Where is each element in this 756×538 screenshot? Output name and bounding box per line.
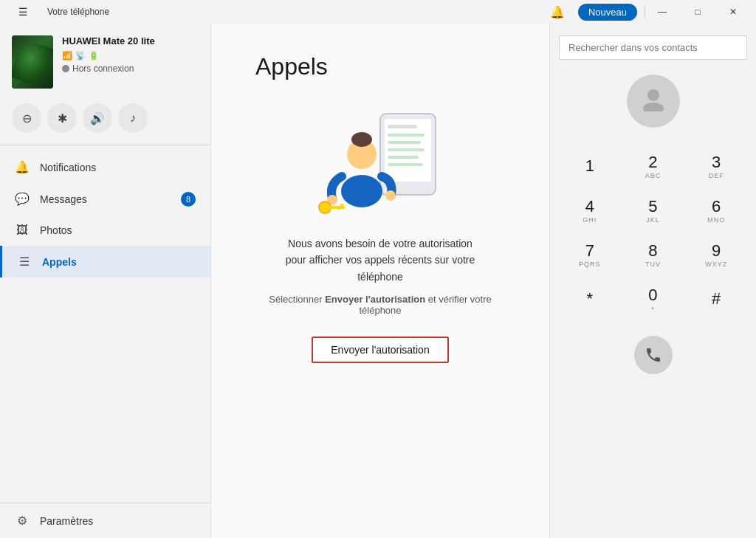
auth-message: Nous avons besoin de votre autorisation …	[286, 235, 475, 285]
dial-number-*: *	[587, 291, 594, 307]
dial-letters-8: TUV	[645, 261, 661, 268]
dial-key-7[interactable]: 7PQRS	[559, 234, 621, 277]
quick-btn-bluetooth[interactable]: ✱	[47, 103, 77, 133]
avatar-icon	[640, 85, 667, 117]
sidebar-item-appels[interactable]: ☰ Appels	[0, 246, 210, 277]
dial-key-4[interactable]: 4GHI	[559, 190, 621, 232]
dialer-panel: 12ABC3DEF4GHI5JKL6MNO7PQRS8TUV9WXYZ*0+#	[549, 24, 756, 538]
settings-icon: ⚙	[15, 514, 30, 528]
title-bar: ☰ Votre téléphone 🔔 Nouveau — □ ✕	[0, 0, 756, 24]
settings-label: Paramètres	[40, 515, 93, 527]
dial-number-5: 5	[648, 199, 657, 215]
dial-number-4: 4	[585, 199, 594, 215]
phone-status-icons: 📶 📡 🔋	[62, 51, 199, 61]
dial-letters-0: +	[650, 305, 655, 312]
notification-bell-button[interactable]: 🔔	[544, 2, 571, 22]
svg-rect-6	[388, 156, 419, 159]
svg-point-11	[357, 133, 367, 143]
dial-key-9[interactable]: 9WXYZ	[685, 234, 747, 277]
phone-thumbnail-image	[12, 35, 53, 89]
dial-number-7: 7	[585, 243, 594, 259]
main-content: Appels	[211, 24, 549, 538]
signal-icon: 📡	[75, 51, 86, 61]
phone-thumbnail	[12, 35, 53, 89]
dial-number-1: 1	[585, 158, 594, 174]
maximize-icon: □	[695, 7, 700, 17]
hamburger-icon: ☰	[18, 6, 28, 18]
nouveau-button[interactable]: Nouveau	[578, 4, 637, 21]
dial-number-9: 9	[712, 243, 721, 259]
contacts-search-input[interactable]	[559, 35, 747, 60]
dial-letters-6: MNO	[707, 216, 725, 224]
minimize-icon: —	[658, 7, 667, 17]
dial-key-2[interactable]: 2ABC	[622, 145, 684, 188]
sidebar: HUAWEI Mate 20 lite 📶 📡 🔋 Hors connexion…	[0, 24, 211, 538]
call-button[interactable]	[634, 336, 673, 374]
svg-rect-3	[388, 134, 425, 137]
svg-rect-4	[388, 141, 421, 144]
sidebar-item-photos[interactable]: 🖼 Photos	[0, 215, 210, 246]
page-title: Appels	[255, 53, 328, 80]
dial-letters-7: PQRS	[579, 261, 601, 268]
top-actions: 🔔 Nouveau	[544, 2, 645, 22]
dial-letters-3: DEF	[709, 172, 724, 179]
auth-sub: Sélectionner Envoyer l'autorisation et v…	[255, 294, 505, 316]
photos-icon: 🖼	[15, 224, 30, 237]
auth-illustration	[314, 103, 447, 221]
phone-info: HUAWEI Mate 20 lite 📶 📡 🔋 Hors connexion	[0, 24, 210, 97]
messages-icon: 💬	[15, 192, 30, 206]
nav-items: 🔔 Notifications 💬 Messages 8 🖼 Photos ☰ …	[0, 151, 210, 327]
maximize-button[interactable]: □	[681, 0, 715, 24]
dial-key-3[interactable]: 3DEF	[685, 145, 747, 188]
auth-sub-text1: Sélectionner	[269, 294, 325, 305]
sidebar-item-messages[interactable]: 💬 Messages 8	[0, 183, 210, 215]
dial-number-3: 3	[712, 154, 721, 170]
dial-key-8[interactable]: 8TUV	[622, 234, 684, 277]
dial-letters-5: JKL	[646, 216, 660, 224]
svg-rect-17	[337, 206, 340, 210]
quick-btn-volume[interactable]: 🔊	[83, 103, 112, 133]
dial-number-0: 0	[648, 287, 657, 303]
dial-key-#[interactable]: #	[685, 278, 747, 321]
dial-key-6[interactable]: 6MNO	[685, 190, 747, 232]
dial-key-*[interactable]: *	[559, 278, 621, 321]
photos-label: Photos	[40, 224, 72, 236]
notifications-icon: 🔔	[15, 160, 30, 174]
dial-letters-9: WXYZ	[705, 261, 727, 268]
svg-point-8	[341, 175, 382, 207]
dial-key-1[interactable]: 1	[559, 145, 621, 188]
dial-number-6: 6	[712, 199, 721, 215]
svg-rect-5	[388, 148, 425, 151]
minimize-button[interactable]: —	[645, 0, 679, 24]
title-bar-left: ☰ Votre téléphone	[6, 0, 544, 24]
quick-btn-minus[interactable]: ⊖	[12, 103, 41, 133]
battery-icon: 🔋	[89, 51, 99, 61]
wifi-icon: 📶	[62, 51, 72, 61]
dial-number-2: 2	[648, 154, 657, 170]
appels-icon: ☰	[17, 255, 32, 269]
connection-status-label: Hors connexion	[72, 63, 134, 74]
phone-details: HUAWEI Mate 20 lite 📶 📡 🔋 Hors connexion	[62, 35, 199, 74]
svg-rect-2	[388, 125, 417, 128]
notifications-label: Notifications	[40, 162, 96, 173]
quick-btn-music[interactable]: ♪	[118, 103, 148, 133]
dial-key-0[interactable]: 0+	[622, 278, 684, 321]
hamburger-button[interactable]: ☰	[6, 0, 40, 24]
messages-label: Messages	[40, 193, 87, 205]
dial-letters-4: GHI	[583, 216, 597, 224]
app-title: Votre téléphone	[47, 7, 109, 17]
send-auth-button[interactable]: Envoyer l'autorisation	[312, 337, 448, 363]
quick-actions: ⊖ ✱ 🔊 ♪	[0, 97, 210, 145]
messages-badge: 8	[181, 192, 196, 207]
sidebar-spacer	[0, 327, 210, 503]
svg-point-13	[385, 190, 396, 201]
dial-number-#: #	[712, 291, 721, 307]
sidebar-item-notifications[interactable]: 🔔 Notifications	[0, 151, 210, 183]
sidebar-divider	[0, 145, 210, 145]
sidebar-item-settings[interactable]: ⚙ Paramètres	[0, 503, 210, 538]
close-button[interactable]: ✕	[716, 0, 750, 24]
dial-key-5[interactable]: 5JKL	[622, 190, 684, 232]
avatar-placeholder	[627, 75, 680, 128]
auth-sub-bold: Envoyer l'autorisation	[325, 294, 425, 305]
svg-point-18	[647, 89, 659, 101]
